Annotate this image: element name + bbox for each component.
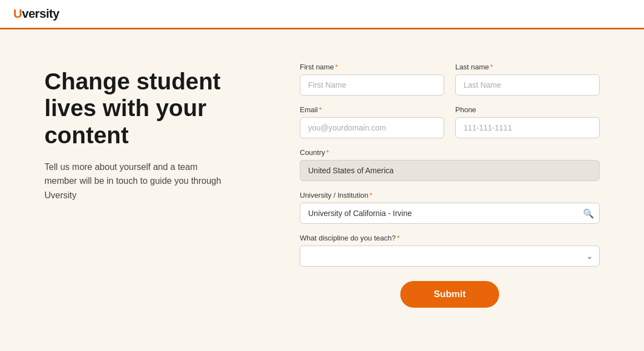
required-star-3: * <box>319 106 322 114</box>
logo-u-letter: U <box>13 7 22 21</box>
submit-section: Submit <box>300 281 600 308</box>
first-name-input[interactable] <box>300 74 444 96</box>
university-label: University / Institution* <box>300 191 600 199</box>
left-panel: Change student lives with your content T… <box>44 63 255 203</box>
last-name-input[interactable] <box>455 74 600 96</box>
discipline-label: What discipline do you teach?* <box>300 234 600 242</box>
discipline-select-wrapper: ⌄ <box>300 245 600 267</box>
email-phone-row: Email* Phone <box>300 106 600 138</box>
required-star-2: * <box>490 63 493 71</box>
email-group: Email* <box>300 106 444 138</box>
phone-group: Phone <box>455 106 600 138</box>
country-group: Country* United States of America <box>300 148 600 181</box>
country-select[interactable]: United States of America <box>300 160 600 181</box>
university-group: University / Institution* 🔍 <box>300 191 600 224</box>
discipline-group: What discipline do you teach?* ⌄ <box>300 234 600 267</box>
email-input[interactable] <box>300 117 444 138</box>
phone-input[interactable] <box>455 117 600 138</box>
header: Uversity <box>0 0 644 29</box>
subtext: Tell us more about yourself and a team m… <box>44 160 222 203</box>
university-input[interactable] <box>300 203 600 224</box>
headline: Change student lives with your content <box>44 68 255 149</box>
last-name-group: Last name* <box>455 63 600 96</box>
university-input-wrapper: 🔍 <box>300 203 600 224</box>
first-name-group: First name* <box>300 63 444 96</box>
country-label: Country* <box>300 148 600 157</box>
required-star-6: * <box>397 234 400 242</box>
phone-label: Phone <box>455 106 600 114</box>
required-star-5: * <box>370 191 373 199</box>
last-name-label: Last name* <box>455 63 600 71</box>
required-star: * <box>335 63 338 71</box>
submit-button[interactable]: Submit <box>400 281 499 308</box>
discipline-select[interactable] <box>300 245 600 267</box>
email-label: Email* <box>300 106 444 114</box>
main-content: Change student lives with your content T… <box>0 29 644 341</box>
logo: Uversity <box>13 7 59 21</box>
first-name-label: First name* <box>300 63 444 71</box>
logo-text: versity <box>22 7 59 21</box>
name-row: First name* Last name* <box>300 63 600 96</box>
required-star-4: * <box>326 148 329 157</box>
registration-form: First name* Last name* Email* Phone <box>300 63 600 308</box>
